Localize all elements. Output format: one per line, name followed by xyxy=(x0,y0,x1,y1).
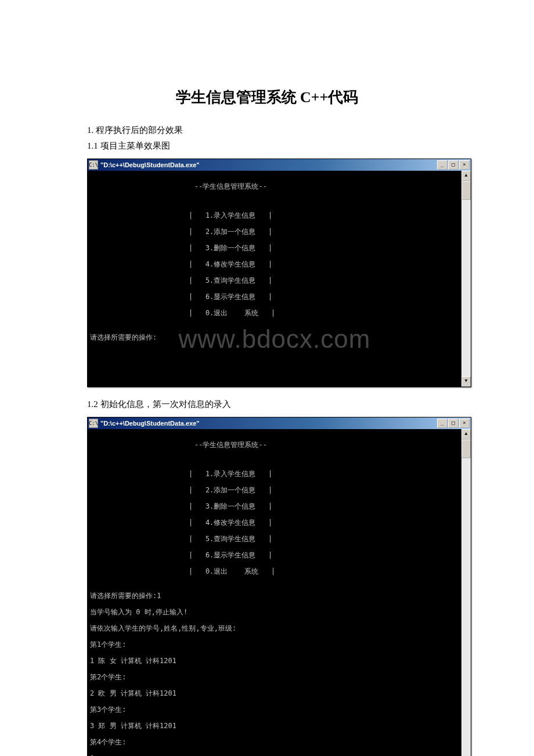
student-line: 1 陈 女 计算机 计科1201 xyxy=(90,657,459,665)
window-controls: _ □ × xyxy=(437,160,470,170)
window-controls: _ □ × xyxy=(437,419,470,428)
menu-item: | 0.退出 系统 | xyxy=(189,567,459,575)
menu-item: | 0.退出 系统 | xyxy=(189,309,459,317)
menu-header: --学生信息管理系统-- xyxy=(194,441,459,449)
console-window-2: C:\ "D:\c++\Debug\StudentData.exe" _ □ ×… xyxy=(87,417,471,756)
console-body-wrap: --学生信息管理系统-- | 1.录入学生信息 | | 2.添加一个信息 | |… xyxy=(88,171,471,387)
student-header: 第4个学生: xyxy=(90,738,459,746)
menu-item: | 5.查询学生信息 | xyxy=(189,276,459,285)
section-1-2-heading: 1.2 初始化信息，第一次对信息的录入 xyxy=(87,399,447,410)
close-button[interactable]: × xyxy=(459,160,470,170)
scroll-up-button[interactable]: ▲ xyxy=(461,429,471,440)
section-1-heading: 1. 程序执行后的部分效果 xyxy=(87,125,447,136)
menu-item: | 2.添加一个信息 | xyxy=(189,486,459,494)
minimize-button[interactable]: _ xyxy=(437,419,448,428)
window-title: "D:\c++\Debug\StudentData.exe" xyxy=(100,161,437,168)
section-1-1-heading: 1.1 项目主菜单效果图 xyxy=(87,141,447,152)
menu-item: | 1.录入学生信息 | xyxy=(189,470,459,478)
scroll-up-button[interactable]: ▲ xyxy=(461,171,471,181)
console-body-wrap: --学生信息管理系统-- | 1.录入学生信息 | | 2.添加一个信息 | |… xyxy=(88,429,471,756)
prompt-line: 请选择所需要的操作:1 xyxy=(90,592,459,600)
vertical-scrollbar[interactable]: ▲ ▼ xyxy=(461,429,471,756)
console-output: --学生信息管理系统-- | 1.录入学生信息 | | 2.添加一个信息 | |… xyxy=(88,171,461,387)
menu-item: | 5.查询学生信息 | xyxy=(189,535,459,543)
close-button[interactable]: × xyxy=(459,419,470,428)
menu-item: | 3.删除一个信息 | xyxy=(189,502,459,510)
prompt-line: 请选择所需要的操作: xyxy=(90,333,459,341)
menu-block: | 1.录入学生信息 | | 2.添加一个信息 | | 3.删除一个信息 | |… xyxy=(189,203,459,325)
scroll-thumb[interactable] xyxy=(461,181,471,200)
menu-item: | 1.录入学生信息 | xyxy=(189,211,459,219)
minimize-button[interactable]: _ xyxy=(437,160,448,170)
window-title: "D:\c++\Debug\StudentData.exe" xyxy=(100,420,437,427)
student-header: 第2个学生: xyxy=(90,673,459,681)
scroll-thumb[interactable] xyxy=(461,440,471,458)
student-header: 第3个学生: xyxy=(90,705,459,714)
maximize-button[interactable]: □ xyxy=(448,419,459,428)
scroll-track[interactable] xyxy=(461,181,471,376)
maximize-button[interactable]: □ xyxy=(448,160,459,170)
menu-item: | 6.显示学生信息 | xyxy=(189,551,459,559)
menu-item: | 4.修改学生信息 | xyxy=(189,260,459,268)
scroll-down-button[interactable]: ▼ xyxy=(461,376,471,387)
titlebar[interactable]: C:\ "D:\c++\Debug\StudentData.exe" _ □ × xyxy=(88,159,471,171)
hint-line: 请依次输入学生的学号,姓名,性别,专业,班级: xyxy=(90,624,459,632)
menu-item: | 2.添加一个信息 | xyxy=(189,228,459,236)
menu-item: | 3.删除一个信息 | xyxy=(189,244,459,252)
console-output: --学生信息管理系统-- | 1.录入学生信息 | | 2.添加一个信息 | |… xyxy=(88,429,461,756)
document-page: 学生信息管理系统 C++代码 1. 程序执行后的部分效果 1.1 项目主菜单效果… xyxy=(0,0,534,756)
menu-block: | 1.录入学生信息 | | 2.添加一个信息 | | 3.删除一个信息 | |… xyxy=(189,462,459,584)
student-line: 2 欧 男 计算机 计科1201 xyxy=(90,689,459,697)
console-window-1: C:\ "D:\c++\Debug\StudentData.exe" _ □ ×… xyxy=(87,159,471,387)
menu-header: --学生信息管理系统-- xyxy=(194,182,459,190)
app-icon: C:\ xyxy=(89,160,98,170)
document-title: 学生信息管理系统 C++代码 xyxy=(87,87,447,107)
menu-item: | 6.显示学生信息 | xyxy=(189,293,459,301)
titlebar[interactable]: C:\ "D:\c++\Debug\StudentData.exe" _ □ × xyxy=(88,417,471,429)
student-header: 第1个学生: xyxy=(90,640,459,649)
hint-line: 当学号输入为 0 时,停止输入! xyxy=(90,608,459,616)
menu-item: | 4.修改学生信息 | xyxy=(189,519,459,527)
vertical-scrollbar[interactable]: ▲ ▼ xyxy=(461,171,471,387)
student-line: 3 郑 男 计算机 计科1201 xyxy=(90,722,459,730)
scroll-track[interactable] xyxy=(461,440,471,756)
app-icon: C:\ xyxy=(89,419,98,428)
